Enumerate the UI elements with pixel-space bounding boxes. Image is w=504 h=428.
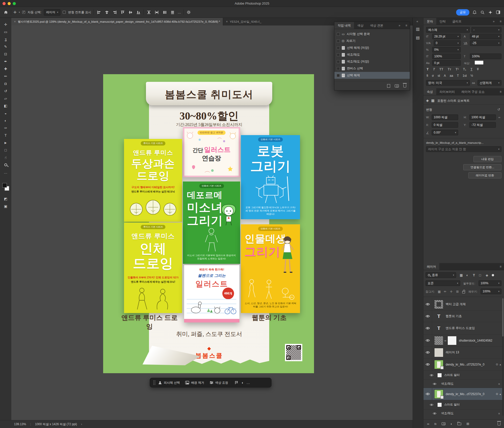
smart-object-thumbnail[interactable]: [434, 390, 443, 399]
home-icon[interactable]: [3, 9, 9, 15]
taskbar-grip-handle[interactable]: [153, 380, 156, 385]
visibility-eye-icon[interactable]: [424, 347, 432, 358]
eyedropper-tool[interactable]: ✒: [0, 58, 11, 65]
add-mask-icon[interactable]: [442, 422, 445, 425]
history-step[interactable]: ⊡ 자르기: [334, 37, 410, 44]
healing-brush-tool[interactable]: ✚: [0, 65, 11, 73]
new-document-from-state-icon[interactable]: [387, 84, 390, 88]
discretionary-ligatures-button[interactable]: st: [438, 74, 440, 77]
layer-filter-kind-select[interactable]: 종류▾: [426, 272, 456, 278]
language-select[interactable]: 영어: 미국▾: [426, 80, 470, 86]
path-selection-tool[interactable]: ►: [0, 139, 11, 147]
history-brush-tool[interactable]: ↺: [0, 87, 11, 95]
faux-bold-button[interactable]: T: [427, 67, 429, 71]
smart-filters-row[interactable]: 스마트 필터: [424, 400, 502, 409]
horizontal-scale-field[interactable]: 100%: [470, 54, 501, 59]
lock-all-icon[interactable]: [462, 291, 465, 293]
visibility-eye-icon[interactable]: [424, 298, 432, 310]
underline-button[interactable]: T: [470, 67, 472, 71]
leading-field[interactable]: 48 pt▾: [470, 34, 501, 39]
collapse-filters-icon[interactable]: ▴: [500, 363, 501, 366]
hue-sat-filter-row[interactable]: 색조/채도 ≡: [424, 380, 502, 388]
link-dimensions-icon[interactable]: ∞: [498, 116, 500, 119]
distribute-top-icon[interactable]: [146, 9, 152, 15]
distribute-h-icon[interactable]: [162, 9, 167, 15]
panel-collapse-icon[interactable]: »: [490, 18, 497, 25]
gradient-tool[interactable]: ◧: [0, 102, 11, 110]
baseline-shift-field[interactable]: 0 pt: [432, 60, 461, 66]
remove-background-button[interactable]: 배경 제거: [185, 381, 204, 385]
close-tab-icon[interactable]: ×: [226, 20, 228, 23]
layer-row-text-webtoon[interactable]: T 웹툰의 기초: [424, 310, 502, 322]
auto-select-checkbox[interactable]: [22, 11, 25, 14]
screen-mode-button[interactable]: ▣: [0, 203, 11, 210]
smart-filter-thumbnail[interactable]: [437, 403, 442, 407]
new-group-icon[interactable]: [457, 423, 461, 425]
layer-thumbnail[interactable]: [434, 336, 443, 345]
contrast-icon[interactable]: ◐: [242, 381, 244, 384]
align-center-h-icon[interactable]: [104, 9, 110, 15]
fractions-button[interactable]: ½: [470, 74, 473, 77]
contextual-alternates-button[interactable]: T: [457, 74, 459, 77]
font-family-select[interactable]: 예스체▾: [426, 27, 470, 33]
font-size-field[interactable]: 28.29 pt▾: [432, 34, 461, 39]
ai-sparkle-icon[interactable]: [487, 9, 493, 15]
hue-sat-filter-row[interactable]: 색조/채도 ≡: [424, 409, 502, 417]
lock-position-icon[interactable]: ✛: [450, 290, 453, 293]
layer-row-vector[interactable]: 벡터 고급 개체: [424, 298, 502, 310]
layers-panel-menu-icon[interactable]: ≡: [497, 263, 504, 270]
align-top-icon[interactable]: [120, 9, 125, 15]
smart-filter-thumbnail[interactable]: [437, 373, 442, 378]
visibility-eye-icon[interactable]: [424, 334, 432, 346]
expand-panels-chevron[interactable]: «: [416, 19, 418, 23]
titling-alternates-button[interactable]: aa: [450, 74, 453, 77]
vertical-scale-field[interactable]: 100%: [432, 54, 461, 59]
adjust-color-button[interactable]: 색상 조정: [210, 381, 228, 385]
convert-to-linked-button[interactable]: 연결됨으로 변환...: [463, 164, 501, 170]
gear-icon[interactable]: [186, 9, 192, 15]
history-source-box[interactable]: [337, 53, 340, 56]
tsume-field[interactable]: 0%▾: [432, 47, 461, 53]
delete-state-icon[interactable]: [403, 84, 406, 87]
quick-mask-button[interactable]: ◩: [0, 195, 11, 203]
panel-toggle-icon[interactable]: [495, 9, 501, 15]
document-tab-active[interactable]: × 행사이벤트2025.psd @ 139% (dendy_kr_Mockup_…: [11, 18, 223, 25]
faux-italic-button[interactable]: T: [433, 67, 435, 71]
move-tool[interactable]: ✛: [0, 21, 11, 28]
visibility-eye-icon[interactable]: [430, 380, 439, 388]
swash-button[interactable]: σ: [432, 74, 434, 77]
angle-field[interactable]: 0.00°▾: [432, 130, 458, 135]
layer-row-smart-object-1[interactable]: dendy_kr_Mo...cf725237e_0 ⊙ ▴: [424, 358, 502, 371]
reset-transform-icon[interactable]: ↺: [497, 108, 500, 111]
visibility-eye-icon[interactable]: [424, 388, 432, 400]
smart-filter-indicator-icon[interactable]: ⊙: [496, 392, 498, 396]
poster-document[interactable]: 봄봄스쿨 취미도서 30~80%할인 기간:2025년 5월26일부터 소진시까…: [103, 74, 314, 373]
history-source-box[interactable]: [337, 60, 340, 63]
layer-row-shutterstock[interactable]: ∞ shutterstock_144924562: [424, 334, 502, 347]
crop-tool[interactable]: ⊡: [0, 50, 11, 58]
kerning-field[interactable]: 0▾: [434, 40, 461, 46]
layer-row-13[interactable]: 레이어 13: [424, 347, 502, 358]
visibility-eye-icon[interactable]: [424, 322, 432, 334]
layer-mask-thumbnail[interactable]: [447, 336, 457, 345]
y-field[interactable]: -72 픽셀: [469, 122, 496, 128]
visibility-eye-icon[interactable]: [427, 400, 436, 409]
filter-type-layers-icon[interactable]: T: [473, 273, 475, 277]
fill-field[interactable]: 100%▾: [481, 289, 501, 294]
layer-row-smart-object-2-selected[interactable]: dendy_kr_Mo...cf725237e_0 ⊙ ▴: [424, 388, 502, 400]
tab-paragraph[interactable]: 단락: [436, 18, 449, 25]
strikethrough-button[interactable]: T: [477, 67, 479, 71]
zoom-level[interactable]: 139.13%: [14, 422, 26, 426]
collapsed-panel-icon-cards[interactable]: ▥: [416, 27, 420, 31]
small-caps-button[interactable]: Tт: [448, 67, 451, 71]
tab-properties[interactable]: 속성: [424, 88, 436, 95]
stylistic-alternates-button[interactable]: A: [444, 74, 446, 77]
close-tab-icon[interactable]: ×: [14, 20, 16, 23]
filter-smart-objects-icon[interactable]: ◈: [486, 273, 488, 277]
brush-tool[interactable]: ✏: [0, 73, 11, 80]
height-field[interactable]: 1000 픽셀: [469, 114, 496, 120]
visibility-eye-icon[interactable]: [424, 358, 432, 370]
all-caps-button[interactable]: TT: [439, 67, 443, 71]
dodge-tool[interactable]: ◐: [0, 117, 11, 124]
tab-character[interactable]: 문자: [424, 18, 436, 25]
